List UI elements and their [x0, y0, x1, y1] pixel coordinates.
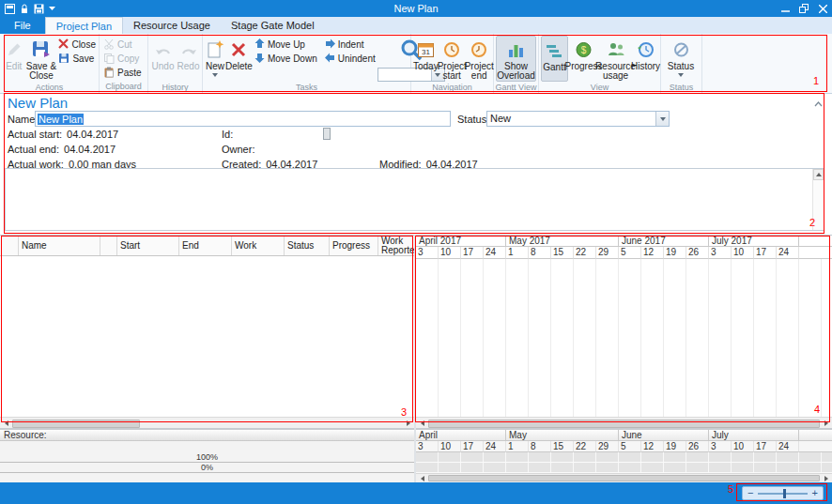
project-start-button[interactable]: Project start: [439, 36, 466, 82]
new-button[interactable]: New: [205, 36, 225, 82]
status-button-label: Status: [668, 62, 694, 71]
quick-access-toolbar: [0, 3, 55, 14]
column-header-work[interactable]: Work: [232, 236, 285, 255]
status-select[interactable]: New: [486, 111, 670, 127]
status-button[interactable]: Status: [663, 36, 699, 82]
progress-view-button[interactable]: $ Progress: [568, 36, 599, 82]
show-overload-button[interactable]: Show Overload: [496, 36, 536, 82]
timeline-week: 15: [551, 441, 574, 452]
svg-text:$: $: [581, 44, 587, 54]
column-header-name[interactable]: Name: [19, 236, 100, 255]
undo-icon: [155, 37, 172, 62]
copy-button[interactable]: Copy: [101, 52, 144, 66]
save-label: Save: [72, 53, 94, 64]
column-header-progress[interactable]: Progress: [330, 236, 378, 255]
zoom-control[interactable]: − +: [742, 486, 824, 500]
copy-label: Copy: [117, 53, 139, 64]
ribbon-group-clipboard: Cut Copy Paste Clipboard: [100, 34, 148, 93]
unindent-button[interactable]: Unindent: [323, 52, 377, 66]
scrollbar-thumb[interactable]: [428, 475, 820, 481]
edit-button[interactable]: Edit: [2, 36, 26, 82]
zoom-slider-thumb[interactable]: [783, 489, 786, 498]
owner-label: Owner:: [222, 144, 254, 155]
timeline-month: June: [619, 430, 709, 441]
project-end-button[interactable]: Project end: [466, 36, 493, 82]
column-header-start[interactable]: Start: [117, 236, 179, 255]
timeline-week: 24: [484, 247, 506, 259]
timeline-week: 19: [664, 441, 686, 452]
group-label-history: History: [148, 82, 202, 93]
scrollbar-thumb[interactable]: [12, 420, 140, 428]
name-input[interactable]: New Plan: [35, 111, 451, 127]
resource-grid-row: [416, 463, 832, 473]
column-header-end[interactable]: End: [179, 236, 232, 255]
tab-stage-gate-model[interactable]: Stage Gate Model: [221, 17, 325, 34]
move-down-button[interactable]: Move Down: [253, 52, 319, 66]
indent-button[interactable]: Indent: [323, 38, 377, 52]
app-icon[interactable]: [5, 4, 15, 14]
description-textarea[interactable]: [5, 168, 824, 231]
timeline-week: 5: [619, 247, 641, 259]
actual-end-value: 04.04.2017: [64, 144, 116, 155]
restore-button[interactable]: [794, 0, 813, 17]
resource-hscrollbar[interactable]: [416, 473, 832, 482]
timeline-week: 5: [619, 441, 641, 452]
history-view-button[interactable]: History: [632, 36, 659, 82]
save-button[interactable]: Save: [56, 52, 98, 66]
tab-project-plan[interactable]: Project Plan: [45, 17, 123, 34]
show-overload-label: Show Overload: [497, 62, 535, 81]
timeline-week: 24: [484, 441, 506, 452]
zoom-in-button[interactable]: +: [812, 488, 818, 498]
scroll-up-icon[interactable]: [813, 169, 824, 180]
ribbon: Edit Save & Close Close Save: [0, 34, 832, 94]
zoom-out-button[interactable]: −: [747, 488, 753, 498]
minimize-button[interactable]: [776, 0, 794, 17]
undo-button[interactable]: Undo: [150, 36, 176, 82]
timeline-month: July: [709, 430, 799, 441]
zoom-slider[interactable]: [758, 493, 807, 495]
task-table-body[interactable]: [0, 256, 414, 417]
close-window-button[interactable]: [813, 0, 832, 17]
resource-usage-view-button[interactable]: Resource usage: [599, 36, 632, 82]
tab-resource-usage[interactable]: Resource Usage: [123, 17, 221, 34]
tab-file[interactable]: File: [0, 17, 45, 34]
save-and-close-button[interactable]: Save & Close: [26, 36, 57, 82]
qat-dropdown-icon[interactable]: [49, 7, 55, 11]
move-up-label: Move Up: [268, 39, 305, 50]
column-header-blank[interactable]: [100, 236, 117, 255]
cut-button[interactable]: Cut: [101, 38, 144, 52]
status-select-dropdown-icon[interactable]: [655, 112, 669, 126]
timeline-week: 15: [551, 247, 574, 259]
pane-splitter[interactable]: [414, 235, 416, 482]
timeline-week: 24: [777, 247, 799, 259]
ribbon-group-history: Undo Redo History: [148, 34, 203, 93]
timeline-month: April 2017: [416, 236, 506, 247]
lock-icon[interactable]: [20, 3, 29, 14]
column-header-status[interactable]: Status: [285, 236, 330, 255]
close-button[interactable]: Close: [56, 38, 98, 52]
redo-button[interactable]: Redo: [176, 36, 201, 82]
delete-button[interactable]: Delete: [225, 36, 253, 82]
collapse-form-chevron-icon[interactable]: [814, 98, 823, 109]
name-label: Name: [8, 114, 35, 125]
quick-save-icon[interactable]: [34, 4, 44, 14]
column-header-blank[interactable]: [0, 236, 19, 255]
description-scrollbar[interactable]: [812, 169, 824, 230]
today-button[interactable]: 31 Today: [413, 36, 439, 82]
id-label: Id:: [222, 129, 233, 140]
timeline-week: 1: [506, 441, 529, 452]
column-header-work-reported[interactable]: Work Reported: [378, 236, 414, 255]
copy-icon: [103, 53, 115, 66]
gantt-body[interactable]: [416, 259, 832, 417]
today-calendar-icon: 31: [417, 37, 435, 62]
gantt-view-button[interactable]: Gantt: [541, 36, 568, 82]
move-up-button[interactable]: Move Up: [253, 38, 319, 52]
project-start-label: Project start: [438, 62, 467, 81]
scrollbar-thumb[interactable]: [428, 420, 820, 428]
unindent-icon: [325, 53, 335, 65]
save-icon: [58, 53, 69, 66]
move-down-icon: [254, 53, 265, 65]
delete-label: Delete: [225, 62, 253, 71]
timeline-week: 3: [709, 247, 732, 259]
paste-button[interactable]: Paste: [101, 66, 144, 80]
